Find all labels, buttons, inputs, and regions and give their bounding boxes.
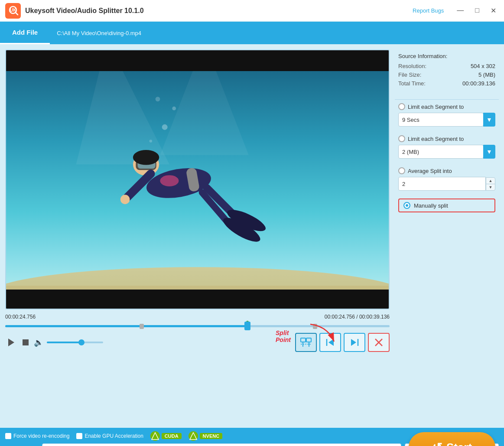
file-path: C:\All My Video\One\diving-0.mp4 [57, 30, 141, 36]
app-title: Ukeysoft Video/Audio Splitter 10.1.0 [25, 7, 413, 15]
segment-size-select[interactable]: 2 (MB) 5 (MB) 10 (MB) [398, 145, 484, 159]
svg-text:UK: UK [10, 8, 16, 13]
manually-split-label: Manually split [414, 202, 448, 209]
video-frame [6, 71, 389, 290]
average-split-spinner-row: ▲ ▼ [398, 177, 495, 191]
volume-thumb[interactable] [78, 339, 85, 345]
svg-marker-26 [8, 339, 14, 346]
total-time-label: Total Time: [398, 80, 426, 87]
segment-size-select-row: 2 (MB) 5 (MB) 10 (MB) ▼ [398, 145, 495, 159]
current-time: 00:00:24.756 [5, 314, 36, 320]
segment-size-label: Limit each Segment to [408, 136, 464, 142]
playback-controls: 🔈 Split Point [5, 333, 390, 352]
manually-split-option: Manually split [398, 199, 495, 212]
svg-point-23 [133, 150, 159, 165]
svg-rect-6 [6, 286, 389, 290]
divider-1 [395, 99, 499, 100]
average-split-radio-row: Average Split into [398, 167, 495, 174]
total-time-value: 00:00:39.136 [462, 80, 495, 87]
resolution-value: 504 x 302 [471, 63, 495, 69]
start-icon: ↺ [432, 440, 442, 446]
total-time: 00:00:24.756 / 00:00:39.136 [325, 314, 390, 320]
titlebar: UK Ukeysoft Video/Audio Splitter 10.1.0 … [0, 0, 504, 22]
segment-size-radio[interactable] [398, 135, 405, 142]
resolution-label: Resolution: [398, 63, 426, 69]
timeline-timestamps: 00:00:24.756 00:00:24.756 / 00:00:39.136 [5, 314, 390, 320]
average-split-increment[interactable]: ▲ [486, 177, 495, 184]
maximize-button[interactable]: □ [472, 6, 482, 16]
average-split-radio[interactable] [398, 167, 405, 174]
start-label: Start [446, 441, 472, 446]
segment-time-select[interactable]: 9 Secs 5 Secs 10 Secs 15 Secs 20 Secs 30… [398, 113, 484, 127]
file-size-label: File Size: [398, 72, 421, 78]
nvenc-group: NVENC [189, 431, 223, 441]
average-split-label: Average Split into [408, 168, 452, 174]
average-split-decrement[interactable]: ▼ [486, 184, 495, 191]
svg-point-18 [120, 195, 130, 204]
main-area: 00:00:24.756 00:00:24.756 / 00:00:39.136 [0, 44, 504, 428]
toolbar: Add File C:\All My Video\One\diving-0.mp… [0, 22, 504, 44]
svg-marker-40 [152, 433, 159, 439]
right-panel: Source Information: Resolution: 504 x 30… [395, 49, 499, 428]
svg-point-10 [172, 107, 176, 111]
file-size-value: 5 (MB) [478, 72, 495, 78]
svg-point-11 [156, 97, 160, 101]
average-split-spinner-buttons: ▲ ▼ [486, 177, 495, 191]
window-controls: — □ ✕ [454, 6, 499, 16]
svg-marker-37 [351, 339, 356, 346]
add-file-button[interactable]: Add File [0, 22, 50, 44]
bottom-bar: Force video re-encoding Enable GPU Accel… [0, 428, 504, 446]
source-info-section: Source Information: Resolution: 504 x 30… [395, 53, 499, 89]
split-point-arrow [306, 320, 341, 346]
start-button[interactable]: ↺ Start [409, 432, 495, 446]
app-logo: UK [5, 3, 21, 19]
minimize-button[interactable]: — [454, 6, 466, 16]
svg-point-12 [150, 140, 152, 142]
close-button[interactable]: ✕ [488, 6, 499, 16]
nvidia-logo-1 [150, 431, 160, 441]
average-split-option: Average Split into ▲ ▼ [395, 167, 499, 194]
segment-time-label: Limit each Segment to [408, 104, 464, 110]
output-folder-input[interactable] [42, 443, 401, 446]
volume-icon: 🔈 [34, 338, 43, 347]
force-reencoding-checkbox[interactable] [5, 433, 11, 439]
nvidia-logo-2 [189, 431, 198, 441]
next-segment-button[interactable] [344, 333, 365, 352]
enable-gpu-option[interactable]: Enable GPU Acceleration [76, 433, 143, 439]
segment-time-dropdown-arrow[interactable]: ▼ [483, 113, 495, 127]
stop-button[interactable] [21, 338, 30, 347]
average-split-input[interactable] [398, 177, 486, 191]
svg-rect-29 [301, 338, 306, 342]
enable-gpu-checkbox[interactable] [76, 433, 82, 439]
video-container[interactable] [5, 49, 390, 309]
delete-split-button[interactable] [368, 333, 390, 352]
source-info-title: Source Information: [398, 53, 495, 59]
video-panel: 00:00:24.756 00:00:24.756 / 00:00:39.136 [5, 49, 390, 428]
manually-split-radio[interactable] [403, 202, 410, 209]
video-top-bar [6, 50, 389, 71]
trim-handle-left[interactable] [140, 324, 144, 329]
force-reencoding-label: Force video re-encoding [13, 433, 69, 439]
segment-time-radio-row: Limit each Segment to [398, 103, 495, 110]
nvenc-badge: NVENC [200, 433, 223, 439]
video-bottom-bar [6, 290, 389, 309]
cuda-badge: CUDA [162, 433, 182, 439]
svg-point-25 [160, 175, 179, 186]
file-size-row: File Size: 5 (MB) [398, 72, 495, 78]
resolution-row: Resolution: 504 x 302 [398, 63, 495, 69]
segment-size-option: Limit each Segment to 2 (MB) 5 (MB) 10 (… [395, 135, 499, 163]
volume-slider[interactable] [47, 342, 103, 343]
report-bugs-link[interactable]: Report Bugs [413, 7, 444, 14]
timeline-area: 00:00:24.756 00:00:24.756 / 00:00:39.136 [5, 314, 390, 352]
segment-time-radio[interactable] [398, 103, 405, 110]
segment-size-dropdown-arrow[interactable]: ▼ [483, 145, 495, 159]
timeline-thumb[interactable] [244, 322, 250, 330]
play-button[interactable] [5, 336, 17, 348]
svg-point-9 [162, 124, 168, 130]
svg-rect-27 [23, 339, 29, 345]
segment-time-select-row: 9 Secs 5 Secs 10 Secs 15 Secs 20 Secs 30… [398, 113, 495, 127]
timeline-fill [5, 325, 247, 327]
force-reencoding-option[interactable]: Force video re-encoding [5, 433, 69, 439]
segment-time-option: Limit each Segment to 9 Secs 5 Secs 10 S… [395, 103, 499, 131]
svg-marker-41 [190, 433, 197, 439]
